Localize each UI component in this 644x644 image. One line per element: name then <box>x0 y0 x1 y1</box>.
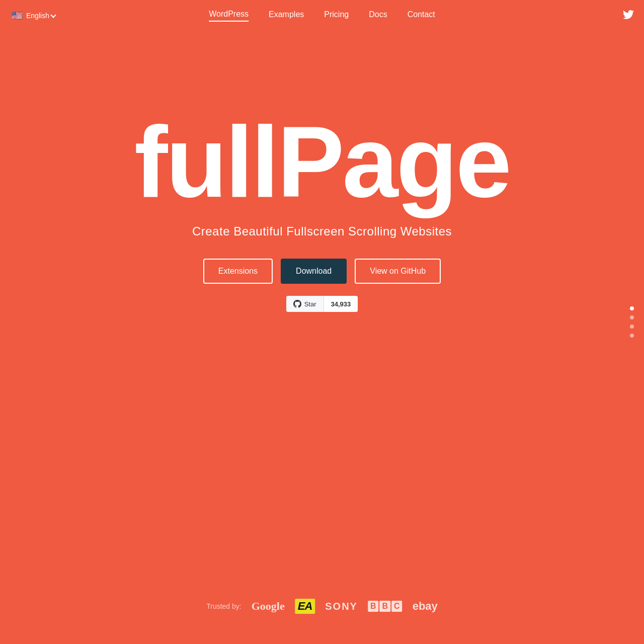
extensions-button[interactable]: Extensions <box>203 259 273 284</box>
view-on-github-button[interactable]: View on GitHub <box>355 259 441 284</box>
navbar-right <box>623 9 634 23</box>
chevron-down-icon <box>50 12 56 18</box>
hero-section: fullPage Create Beautiful Fullscreen Scr… <box>0 31 644 312</box>
trusted-section: Trusted by: Google EA SONY B B C ebay <box>206 599 438 614</box>
language-label: English <box>26 12 49 20</box>
twitter-icon[interactable] <box>623 9 634 23</box>
navbar: 🇺🇸 English WordPress Examples Pricing Do… <box>0 0 644 31</box>
trusted-logos: Google EA SONY B B C ebay <box>252 599 438 614</box>
flag-icon: 🇺🇸 <box>10 11 24 21</box>
github-star-button[interactable]: Star <box>286 296 324 312</box>
nav-link-examples[interactable]: Examples <box>269 10 304 21</box>
dot-1[interactable] <box>630 306 634 310</box>
hero-buttons: Extensions Download View on GitHub <box>203 259 441 284</box>
google-logo: Google <box>252 600 285 613</box>
nav-link-contact[interactable]: Contact <box>408 10 435 21</box>
github-star-widget[interactable]: Star 34,933 <box>286 296 358 312</box>
github-star-count: 34,933 <box>324 296 358 312</box>
nav-link-pricing[interactable]: Pricing <box>324 10 349 21</box>
dot-3[interactable] <box>630 325 634 329</box>
bbc-logo: B B C <box>368 601 403 612</box>
dot-4[interactable] <box>630 334 634 338</box>
star-label: Star <box>304 300 316 308</box>
nav-links: WordPress Examples Pricing Docs Contact <box>209 10 435 22</box>
trusted-label: Trusted by: <box>206 602 242 610</box>
ebay-logo: ebay <box>413 600 438 613</box>
sony-logo: SONY <box>325 601 358 612</box>
language-selector[interactable]: 🇺🇸 English <box>10 11 55 21</box>
download-button[interactable]: Download <box>281 259 347 284</box>
hero-title: fullPage <box>134 112 510 212</box>
lang-dropdown[interactable]: 🇺🇸 English <box>10 11 55 21</box>
dots-navigation <box>630 306 634 338</box>
dot-2[interactable] <box>630 315 634 319</box>
nav-link-docs[interactable]: Docs <box>369 10 387 21</box>
ea-logo: EA <box>295 599 315 614</box>
hero-subtitle: Create Beautiful Fullscreen Scrolling We… <box>192 224 452 238</box>
nav-link-wordpress[interactable]: WordPress <box>209 10 249 22</box>
